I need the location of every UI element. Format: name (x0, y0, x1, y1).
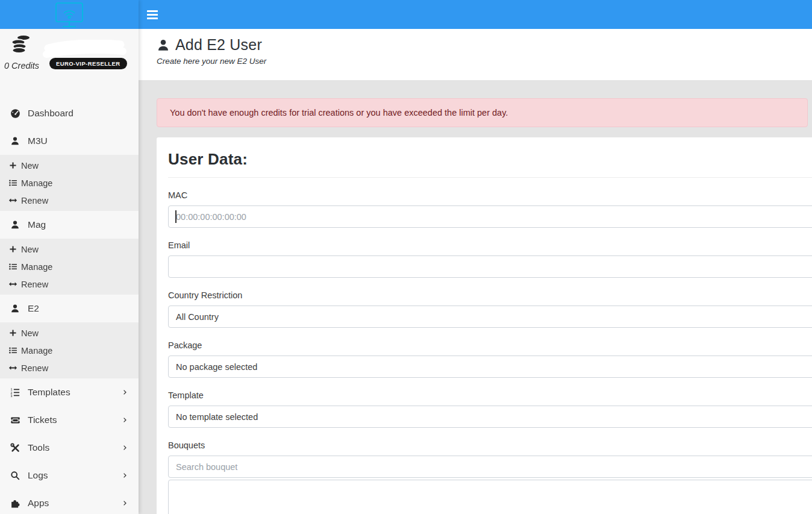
search-icon (10, 470, 20, 481)
topbar (139, 0, 812, 29)
renew-icon (8, 280, 17, 289)
subitem-label: New (21, 245, 39, 254)
subitem-label: Manage (21, 262, 52, 272)
card-divider (168, 177, 812, 178)
email-label: Email (168, 240, 812, 250)
sidebar-subitem-m3u-new[interactable]: New (0, 157, 139, 174)
sidebar-subitem-m3u-manage[interactable]: Manage (0, 174, 139, 192)
chevron-right-icon (122, 416, 129, 424)
sidebar-item-dashboard[interactable]: Dashboard (0, 99, 139, 127)
chevron-right-icon (122, 389, 129, 396)
reseller-badge: EURO-VIP-RESELLER (49, 58, 127, 69)
sidebar: 0 Credits EURO-VIP-RESELLER DashboardM3U… (0, 0, 139, 514)
user-data-card: User Data: MACEmailCountry RestrictionAl… (157, 137, 812, 514)
main-area: Add E2 User Create here your new E2 User… (139, 0, 812, 514)
template-select[interactable]: No template selected (168, 406, 812, 428)
sidebar-item-mag[interactable]: Mag (0, 211, 139, 239)
country-restriction-select[interactable]: All Country (168, 306, 812, 328)
list-icon (8, 262, 17, 272)
chevron-right-icon (122, 500, 129, 507)
menu-item-label: Dashboard (28, 108, 73, 119)
renew-icon (8, 363, 17, 373)
user-icon (10, 303, 20, 314)
tools-icon (10, 442, 20, 453)
mac-input-wrap (168, 205, 812, 228)
field-package: PackageNo package selected (168, 340, 812, 378)
menu-item-label: Apps (28, 498, 49, 509)
field-bouquets: Bouquets (168, 440, 812, 514)
subitem-label: Renew (21, 363, 48, 373)
submenu-m3u: NewManageRenew (0, 155, 139, 211)
ticket-icon (10, 415, 20, 425)
alert-danger: You don't have enough credits for trial … (157, 98, 808, 127)
template-label: Template (168, 390, 812, 400)
sidebar-item-e2[interactable]: E2 (0, 295, 139, 322)
country-restriction-label: Country Restriction (168, 290, 812, 300)
page-title: Add E2 User (175, 36, 262, 54)
sidebar-subitem-m3u-renew[interactable]: Renew (0, 192, 139, 209)
renew-icon (8, 196, 17, 205)
credits-label: 0 Credits (4, 61, 39, 71)
subitem-label: Renew (21, 280, 48, 289)
sidebar-subitem-mag-manage[interactable]: Manage (0, 258, 139, 275)
monitor-wifi-icon (54, 0, 85, 29)
mac-label: MAC (168, 190, 812, 200)
package-selected-value: No package selected (176, 362, 257, 372)
credits-block: 0 Credits EURO-VIP-RESELLER (0, 29, 139, 77)
menu-item-label: Logs (28, 470, 48, 481)
mac-input[interactable] (168, 205, 812, 228)
package-select[interactable]: No package selected (168, 356, 812, 378)
sidebar-menu: DashboardM3UNewManageRenewMagNewManageRe… (0, 99, 139, 514)
content: You don't have enough credits for trial … (139, 80, 812, 514)
sidebar-item-apps[interactable]: Apps (0, 489, 139, 514)
sidebar-subitem-mag-new[interactable]: New (0, 240, 139, 258)
template-selected-value: No template selected (176, 412, 258, 422)
user-icon (10, 219, 20, 230)
email-input-wrap (168, 255, 812, 278)
sidebar-subitem-e2-manage[interactable]: Manage (0, 342, 139, 359)
sidebar-item-m3u[interactable]: M3U (0, 127, 139, 155)
list-icon (8, 178, 17, 188)
chevron-right-icon (122, 472, 129, 479)
dashboard-icon (10, 108, 20, 119)
svg-text:3: 3 (11, 394, 13, 397)
bouquets-label: Bouquets (168, 440, 812, 450)
subitem-label: Manage (21, 346, 52, 356)
user-icon (157, 39, 170, 52)
email-input[interactable] (168, 255, 812, 278)
plus-icon (8, 245, 17, 254)
hamburger-icon[interactable] (147, 10, 158, 19)
page-header: Add E2 User Create here your new E2 User (139, 29, 812, 80)
plus-icon (8, 161, 17, 171)
sidebar-logo (0, 0, 139, 29)
puzzle-icon (10, 498, 20, 509)
user-icon (10, 136, 20, 146)
card-heading: User Data: (168, 150, 812, 169)
subitem-label: New (21, 161, 39, 171)
menu-item-label: Mag (28, 219, 46, 230)
list-icon (8, 346, 17, 356)
menu-item-label: Templates (28, 387, 70, 398)
sidebar-subitem-e2-renew[interactable]: Renew (0, 359, 139, 377)
sidebar-item-tickets[interactable]: Tickets (0, 406, 139, 434)
page-subtitle: Create here your new E2 User (157, 57, 812, 66)
sidebar-subitem-mag-renew[interactable]: Renew (0, 275, 139, 293)
sidebar-item-tools[interactable]: Tools (0, 434, 139, 462)
sidebar-subitem-e2-new[interactable]: New (0, 324, 139, 342)
subitem-label: Renew (21, 196, 48, 205)
menu-item-label: Tickets (28, 415, 57, 425)
country-restriction-selected-value: All Country (176, 312, 219, 322)
coins-icon (11, 34, 31, 52)
text-caret (175, 210, 176, 223)
plus-icon (8, 328, 17, 338)
menu-item-label: Tools (28, 442, 49, 453)
field-email: Email (168, 240, 812, 278)
bouquet-search-input[interactable] (168, 456, 812, 478)
list-ol-icon: 123 (10, 387, 20, 398)
menu-item-label: M3U (28, 136, 48, 146)
sidebar-item-templates[interactable]: 123Templates (0, 378, 139, 406)
subitem-label: Manage (21, 178, 52, 188)
bouquet-list[interactable] (168, 480, 812, 514)
subitem-label: New (21, 328, 39, 338)
sidebar-item-logs[interactable]: Logs (0, 462, 139, 489)
